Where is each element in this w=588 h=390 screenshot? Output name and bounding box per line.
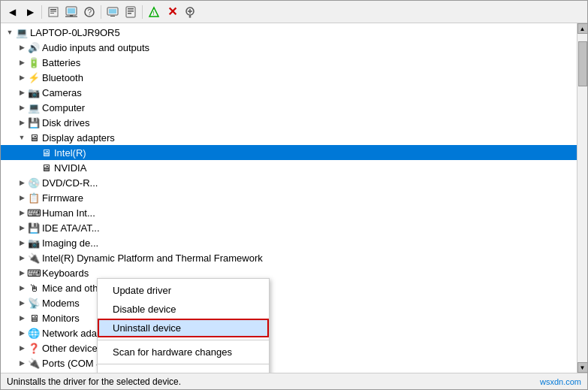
tree-item-print[interactable]: ▶ 🖨 Print queues <box>1 370 577 373</box>
display-label: Display adapters <box>42 132 115 144</box>
svg-rect-7 <box>70 15 73 17</box>
bluetooth-expand-icon: ▶ <box>16 71 28 83</box>
tree-item-dvdcd[interactable]: ▶ 💿 DVD/CD-R... <box>1 175 577 190</box>
device-tree[interactable]: ▼ 💻 LAPTOP-0LJR9OR5 ▶ 🔊 Audio inputs and… <box>1 23 577 373</box>
ctx-update-driver[interactable]: Update driver <box>98 281 269 300</box>
scroll-thumb[interactable] <box>578 41 587 86</box>
svg-rect-15 <box>128 11 134 12</box>
tree-item-mice[interactable]: ▶ 🖱 Mice and other pointing devices <box>1 280 577 295</box>
network-expand-icon: ▶ <box>16 327 28 339</box>
batteries-label: Batteries <box>42 57 80 68</box>
tree-item-humanint[interactable]: ▶ ⌨ Human Int... <box>1 205 577 220</box>
tree-item-other[interactable]: ▶ ❓ Other devices <box>1 340 577 355</box>
svg-rect-14 <box>128 8 134 10</box>
svg-rect-5 <box>68 8 75 14</box>
mice-expand-icon: ▶ <box>16 282 28 294</box>
monitors-expand-icon: ▶ <box>16 312 28 324</box>
firmware-label: Firrnware <box>42 192 83 204</box>
toolbar: ◀ ▶ ? ! ✕ <box>1 1 587 23</box>
network-icon: 🌐 <box>28 327 40 339</box>
svg-marker-23 <box>188 17 191 18</box>
other-label: Other devices <box>42 343 102 354</box>
delete-button[interactable]: ✕ <box>164 4 180 20</box>
tree-item-display[interactable]: ▼ 🖥 Display adapters <box>1 130 577 145</box>
help-button[interactable]: ? <box>81 4 98 20</box>
root-label: LAPTOP-0LJR9OR5 <box>30 27 120 38</box>
action-button[interactable]: ! <box>146 4 162 20</box>
ports-expand-icon: ▶ <box>16 357 28 369</box>
ide-label: IDE ATA/AT... <box>42 222 100 234</box>
tree-item-network[interactable]: ▶ 🌐 Network adapters <box>1 325 577 340</box>
batteries-icon: 🔋 <box>28 56 40 68</box>
ctx-scan-hardware[interactable]: Scan for hardware changes <box>98 343 269 361</box>
tree-item-imaging[interactable]: ▶ 📷 Imaging de... <box>1 235 577 250</box>
update-button[interactable] <box>63 4 80 20</box>
brand-text: wsxdn.com <box>540 377 581 386</box>
tree-item-firmware[interactable]: ▶ 📋 Firrnware <box>1 190 577 205</box>
nvidia-label: NVIDIA <box>54 162 86 174</box>
scan-button[interactable] <box>182 4 198 20</box>
intel-icon: 🖥 <box>40 147 52 159</box>
imaging-label: Imaging de... <box>42 237 98 249</box>
tree-item-intel[interactable]: 🖥 Intel(R) <box>1 145 577 160</box>
imaging-icon: 📷 <box>28 237 40 249</box>
tree-item-ports[interactable]: ▶ 🔌 Ports (COM & LPT) <box>1 355 577 370</box>
resources-button[interactable] <box>122 4 139 20</box>
disk-icon: 💾 <box>28 116 40 128</box>
ctx-properties[interactable]: Properties <box>98 367 269 373</box>
tree-item-audio[interactable]: ▶ 🔊 Audio inputs and outputs <box>1 40 577 55</box>
scroll-up-button[interactable]: ▲ <box>577 23 588 34</box>
svg-text:!: ! <box>153 10 155 17</box>
other-icon: ❓ <box>28 342 40 354</box>
properties-button[interactable] <box>45 4 62 20</box>
print-label: Print queues <box>42 373 97 373</box>
imaging-expand-icon: ▶ <box>16 237 28 249</box>
tree-item-nvidia[interactable]: 🖥 NVIDIA <box>1 160 577 175</box>
tree-root[interactable]: ▼ 💻 LAPTOP-0LJR9OR5 <box>1 25 577 40</box>
display-expand-icon: ▼ <box>16 132 28 144</box>
print-icon: 🖨 <box>28 372 40 373</box>
print-expand-icon: ▶ <box>16 372 28 373</box>
computer-expand-icon: ▶ <box>16 101 28 113</box>
scrollbar[interactable]: ▲ ▼ <box>577 23 587 373</box>
intel-label: Intel(R) <box>54 147 86 159</box>
toolbar-separator-2 <box>101 5 101 19</box>
batteries-expand-icon: ▶ <box>16 56 28 68</box>
dvdcd-label: DVD/CD-R... <box>42 177 98 189</box>
status-text: Uninstalls the driver for the selected d… <box>7 376 181 387</box>
back-button[interactable]: ◀ <box>4 4 20 20</box>
humanint-icon: ⌨ <box>28 207 40 219</box>
other-expand-icon: ▶ <box>16 342 28 354</box>
devices-button[interactable] <box>104 4 121 20</box>
monitors-icon: 🖥 <box>28 312 40 324</box>
tree-item-disk[interactable]: ▶ 💾 Disk drives <box>1 115 577 130</box>
tree-item-monitors[interactable]: ▶ 🖥 Monitors <box>1 310 577 325</box>
forward-button[interactable]: ▶ <box>22 4 38 20</box>
svg-rect-12 <box>110 16 115 17</box>
dvdcd-expand-icon: ▶ <box>16 177 28 189</box>
inteldynamic-icon: 🔌 <box>28 252 40 264</box>
root-computer-icon: 💻 <box>16 26 28 38</box>
tree-item-keyboards[interactable]: ▶ ⌨ Keyboards <box>1 265 577 280</box>
ctx-disable-device[interactable]: Disable device <box>98 300 269 319</box>
tree-item-ide[interactable]: ▶ 💾 IDE ATA/AT... <box>1 220 577 235</box>
ctx-uninstall-device[interactable]: Uninstall device <box>98 319 269 337</box>
toolbar-separator-1 <box>41 5 42 19</box>
tree-item-computer[interactable]: ▶ 💻 Computer <box>1 100 577 115</box>
tree-item-cameras[interactable]: ▶ 📷 Cameras <box>1 85 577 100</box>
audio-expand-icon: ▶ <box>16 41 28 53</box>
firmware-expand-icon: ▶ <box>16 192 28 204</box>
cameras-label: Cameras <box>42 87 82 98</box>
status-bar: Uninstalls the driver for the selected d… <box>1 373 587 389</box>
tree-item-inteldynamic[interactable]: ▶ 🔌 Intel(R) Dynamic Platform and Therma… <box>1 250 577 265</box>
scroll-down-button[interactable]: ▼ <box>577 362 588 373</box>
svg-rect-11 <box>109 9 116 14</box>
tree-item-modems[interactable]: ▶ 📡 Modems <box>1 295 577 310</box>
tree-item-bluetooth[interactable]: ▶ ⚡ Bluetooth <box>1 70 577 85</box>
svg-rect-16 <box>128 13 131 14</box>
inteldynamic-label: Intel(R) Dynamic Platform and Thermal Fr… <box>42 252 263 264</box>
ctx-separator <box>98 340 269 340</box>
ide-icon: 💾 <box>28 222 40 234</box>
device-manager-window: ◀ ▶ ? ! ✕ ▼ 💻 <box>0 0 588 390</box>
tree-item-batteries[interactable]: ▶ 🔋 Batteries <box>1 55 577 70</box>
